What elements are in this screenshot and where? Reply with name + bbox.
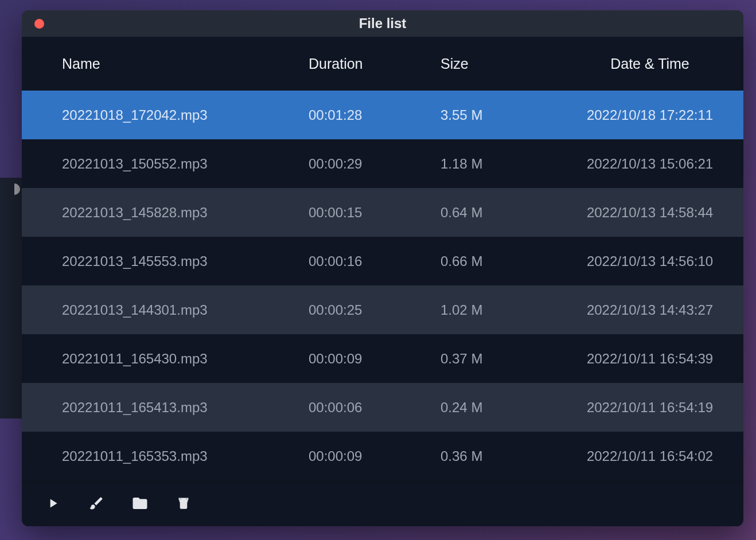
file-list-window: File list Name Duration Size Date & Time… [22,10,743,526]
cell-duration: 00:00:16 [309,253,441,269]
cell-name: 20221013_145828.mp3 [62,205,309,221]
cell-datetime: 2022/10/11 16:54:19 [572,400,727,416]
cell-duration: 00:00:09 [309,448,441,464]
window-title: File list [22,15,743,32]
table-row[interactable]: 20221011_165430.mp300:00:090.37 M2022/10… [22,334,743,383]
cell-duration: 00:00:15 [309,205,441,221]
cell-name: 20221018_172042.mp3 [62,107,309,123]
cell-duration: 00:00:09 [309,351,441,367]
cell-duration: 00:00:25 [309,302,441,318]
cell-size: 0.24 M [441,400,572,416]
table-body: 20221018_172042.mp300:01:283.55 M2022/10… [22,91,743,480]
cell-datetime: 2022/10/13 15:06:21 [572,156,727,172]
column-header-name[interactable]: Name [62,56,309,72]
cell-name: 20221013_144301.mp3 [62,302,309,318]
svg-rect-1 [183,502,184,507]
table-row[interactable]: 20221013_145828.mp300:00:150.64 M2022/10… [22,188,743,237]
cell-size: 0.64 M [441,205,572,221]
edit-button[interactable] [86,494,107,515]
cell-datetime: 2022/10/13 14:56:10 [572,253,727,269]
cell-name: 20221013_145553.mp3 [62,253,309,269]
cell-size: 0.36 M [441,448,572,464]
brush-icon [88,495,104,514]
table-row[interactable]: 20221013_145553.mp300:00:160.66 M2022/10… [22,237,743,285]
toolbar [22,483,743,526]
cell-datetime: 2022/10/13 14:58:44 [572,205,727,221]
cell-size: 1.18 M [441,156,572,172]
background-window [0,178,23,418]
cell-datetime: 2022/10/11 16:54:02 [572,448,727,464]
cell-duration: 00:01:28 [309,107,441,123]
svg-rect-2 [185,502,186,507]
table-row[interactable]: 20221018_172042.mp300:01:283.55 M2022/10… [22,91,743,139]
column-header-datetime[interactable]: Date & Time [572,56,727,72]
play-icon [45,496,60,513]
play-button[interactable] [42,494,63,515]
cell-duration: 00:00:06 [309,400,441,416]
cell-name: 20221013_150552.mp3 [62,156,309,172]
cell-datetime: 2022/10/11 16:54:39 [572,351,727,367]
cell-name: 20221011_165353.mp3 [62,448,309,464]
titlebar: File list [22,10,743,37]
column-header-size[interactable]: Size [441,56,572,72]
table-row[interactable]: 20221011_165353.mp300:00:090.36 M2022/10… [22,432,743,480]
open-folder-button[interactable] [130,494,150,515]
table-row[interactable]: 20221013_150552.mp300:00:291.18 M2022/10… [22,139,743,188]
cell-size: 3.55 M [441,107,572,123]
svg-rect-0 [182,502,183,507]
table-row[interactable]: 20221011_165413.mp300:00:060.24 M2022/10… [22,383,743,432]
cell-datetime: 2022/10/13 14:43:27 [572,302,727,318]
cell-name: 20221011_165430.mp3 [62,351,309,367]
cell-size: 1.02 M [441,302,572,318]
delete-button[interactable] [173,494,194,515]
table-header: Name Duration Size Date & Time [22,37,743,91]
cell-name: 20221011_165413.mp3 [62,400,309,416]
trash-icon [176,496,191,513]
cell-datetime: 2022/10/18 17:22:11 [572,107,727,123]
table-row[interactable]: 20221013_144301.mp300:00:251.02 M2022/10… [22,285,743,334]
cell-size: 0.37 M [441,351,572,367]
folder-icon [131,495,149,514]
column-header-duration[interactable]: Duration [309,56,441,72]
cell-duration: 00:00:29 [309,156,441,172]
cell-size: 0.66 M [441,253,572,269]
